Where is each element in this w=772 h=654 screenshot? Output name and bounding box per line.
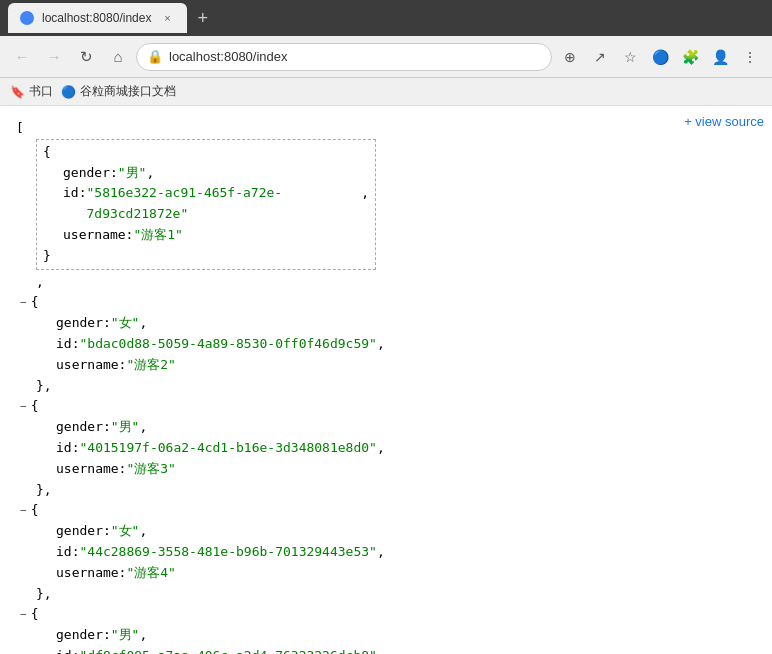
json-item-4-close: },	[16, 584, 756, 605]
address-text: localhost:8080/index	[169, 49, 288, 64]
json-item-3-header: − {	[20, 396, 756, 417]
menu-icon[interactable]: ⋮	[736, 43, 764, 71]
json-item-4-username: username: "游客4"	[16, 563, 756, 584]
json-item-5-id: id: "df9cf095-a7aa-406c-a2d4-76323226dcb…	[16, 646, 756, 654]
item4-collapse-btn[interactable]: −	[20, 502, 27, 520]
share-icon[interactable]: ↗	[586, 43, 614, 71]
item5-id-val: "df9cf095-a7aa-406c-a2d4-76323226dcb8"	[79, 646, 376, 654]
extensions-icon[interactable]: 🧩	[676, 43, 704, 71]
item4-id-val: "44c28869-3558-481e-b96b-701329443e53"	[79, 542, 376, 563]
tab-favicon	[20, 11, 34, 25]
json-item-2-header: − {	[20, 292, 756, 313]
json-item-4-gender: gender: "女",	[16, 521, 756, 542]
item1-open-brace: {	[43, 142, 51, 163]
bookmark-gulishangcheng-icon: 🔵	[61, 85, 76, 99]
item1-username-key: username:	[63, 225, 133, 246]
json-item-3-username: username: "游客3"	[16, 459, 756, 480]
nav-right-buttons: ⊕ ↗ ☆ 🔵 🧩 👤 ⋮	[556, 43, 764, 71]
item2-id-val: "bdac0d88-5059-4a89-8530-0ff0f46d9c59"	[79, 334, 376, 355]
json-open-bracket: [	[16, 118, 756, 139]
item1-gender-val: "男"	[118, 163, 147, 184]
json-item-1-open: {	[43, 142, 369, 163]
browser-logo-icon[interactable]: 🔵	[646, 43, 674, 71]
bookmark-shukou-label: 书口	[29, 83, 53, 100]
open-bracket-punct: [	[16, 118, 24, 139]
json-item-1-id: id: "5816e322-ac91-465f-a72e-7d93cd21872…	[43, 183, 369, 225]
item5-collapse-btn[interactable]: −	[20, 606, 27, 624]
item3-id-val: "4015197f-06a2-4cd1-b16e-3d348081e8d0"	[79, 438, 376, 459]
bookmark-shukou[interactable]: 🔖 书口	[10, 83, 53, 100]
address-lock-icon: 🔒	[147, 49, 163, 64]
json-item-1-gender: gender: "男",	[43, 163, 369, 184]
new-tab-button[interactable]: +	[197, 8, 208, 29]
back-button[interactable]: ←	[8, 43, 36, 71]
json-item-5-gender: gender: "男",	[16, 625, 756, 646]
json-item-4-header: − {	[20, 500, 756, 521]
title-bar: localhost:8080/index × +	[0, 0, 772, 36]
page-content: + view source [ { gender: "男", id: "5816…	[0, 106, 772, 654]
json-viewer: [ { gender: "男", id: "5816e322-ac91-465f…	[0, 106, 772, 654]
address-bar[interactable]: 🔒 localhost:8080/index	[136, 43, 552, 71]
translate-icon[interactable]: ⊕	[556, 43, 584, 71]
tab-title: localhost:8080/index	[42, 11, 151, 25]
bookmark-shukou-icon: 🔖	[10, 85, 25, 99]
bookmark-gulishangcheng[interactable]: 🔵 谷粒商城接口文档	[61, 83, 176, 100]
view-source-button[interactable]: + view source	[684, 114, 764, 129]
json-item-1-close: }	[43, 246, 369, 267]
json-item-3-close: },	[16, 480, 756, 501]
nav-bar: ← → ↻ ⌂ 🔒 localhost:8080/index ⊕ ↗ ☆ 🔵 🧩…	[0, 36, 772, 78]
json-item-3-gender: gender: "男",	[16, 417, 756, 438]
browser-tab[interactable]: localhost:8080/index ×	[8, 3, 187, 33]
profile-icon[interactable]: 👤	[706, 43, 734, 71]
bookmark-star-icon[interactable]: ☆	[616, 43, 644, 71]
json-item-4-id: id: "44c28869-3558-481e-b96b-701329443e5…	[16, 542, 756, 563]
item1-username-val: "游客1"	[133, 225, 182, 246]
forward-button[interactable]: →	[40, 43, 68, 71]
reload-button[interactable]: ↻	[72, 43, 100, 71]
item3-collapse-btn[interactable]: −	[20, 398, 27, 416]
json-item-2-gender: gender: "女",	[16, 313, 756, 334]
json-item-2-username: username: "游客2"	[16, 355, 756, 376]
bookmarks-bar: 🔖 书口 🔵 谷粒商城接口文档	[0, 78, 772, 106]
browser-window: localhost:8080/index × + ← → ↻ ⌂ 🔒 local…	[0, 0, 772, 654]
home-button[interactable]: ⌂	[104, 43, 132, 71]
item1-gender-key: gender:	[63, 163, 118, 184]
tab-close-button[interactable]: ×	[159, 10, 175, 26]
json-item-5-header: − {	[20, 604, 756, 625]
item2-collapse-btn[interactable]: −	[20, 294, 27, 312]
json-item-1-block: { gender: "男", id: "5816e322-ac91-465f-a…	[36, 139, 376, 270]
item1-id-key: id:	[63, 183, 86, 204]
json-item-2-id: id: "bdac0d88-5059-4a89-8530-0ff0f46d9c5…	[16, 334, 756, 355]
item1-id-val: "5816e322-ac91-465f-a72e-7d93cd21872e"	[86, 183, 361, 225]
json-item-3-id: id: "4015197f-06a2-4cd1-b16e-3d348081e8d…	[16, 438, 756, 459]
bookmark-gulishangcheng-label: 谷粒商城接口文档	[80, 83, 176, 100]
json-item-2-close: },	[16, 376, 756, 397]
json-item-1-username: username: "游客1"	[43, 225, 369, 246]
